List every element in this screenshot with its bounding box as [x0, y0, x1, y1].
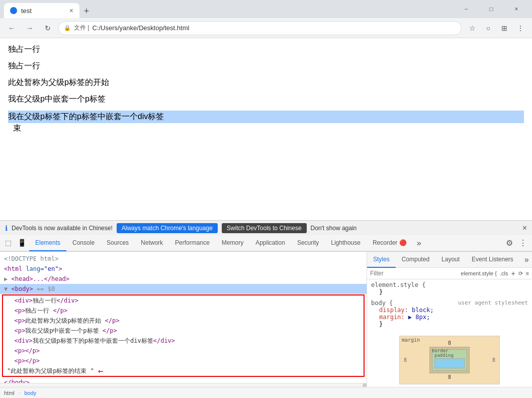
html-scroll-thumb[interactable]: [363, 383, 367, 387]
box-middle-row: 8 border padding 8: [404, 347, 495, 373]
tab-network[interactable]: Network: [135, 235, 169, 251]
forward-button[interactable]: →: [22, 21, 37, 36]
margin-label: margin: [402, 337, 420, 343]
tab-favicon-icon: [10, 7, 17, 14]
dont-show-again-link[interactable]: Don't show again: [311, 225, 357, 232]
filter-refresh-button[interactable]: ⟳: [518, 270, 523, 277]
html-scrollbar[interactable]: [0, 383, 367, 387]
browser-tab[interactable]: test ×: [4, 3, 79, 18]
window-controls: − □ ×: [455, 2, 528, 17]
profile-icon[interactable]: ○: [481, 21, 496, 36]
box-model: margin 8 8 border padding 8: [399, 336, 500, 384]
html-line-div1[interactable]: <div>独占一行</div>: [3, 295, 364, 306]
bookmark-icon[interactable]: ☆: [465, 21, 480, 36]
devtools-mobile-icon[interactable]: 📱: [15, 235, 29, 251]
right-tabs-more-button[interactable]: »: [521, 255, 532, 264]
page-content: 独占一行 独占一行 此处暂称为父级p标签的开始 我在父级p中嵌套一个p标签 我在…: [0, 38, 532, 140]
head-tag: <head>...</head>: [11, 275, 69, 282]
page-line-6-partial: 束: [13, 123, 21, 134]
box-model-container: margin 8 8 border padding 8: [371, 332, 528, 387]
footer-body-tag[interactable]: body: [24, 390, 36, 396]
html-line-div2[interactable]: <div>我在父级p标签下的p标签中嵌套一个div标签</div>: [3, 336, 364, 346]
page-line-2: 独占一行: [8, 61, 524, 71]
devtools-settings-icon[interactable]: ⚙: [503, 238, 516, 248]
tab-event-listeners[interactable]: Event Listeners: [466, 252, 519, 268]
html-open-tag: <html: [4, 265, 26, 272]
html-panel: <!DOCTYPE html> <html lang="en"> ▶ <head…: [0, 252, 367, 387]
page-line-4: 我在父级p中嵌套一个p标签: [8, 94, 524, 105]
notification-close-button[interactable]: ×: [522, 224, 527, 233]
reload-button[interactable]: ↻: [40, 21, 55, 36]
devtools-footer: html › body: [0, 387, 532, 398]
lang-value: "en": [44, 265, 58, 272]
body-margin-prop: margin: ▶ 8px;: [371, 314, 528, 321]
menu-icon[interactable]: ⋮: [513, 21, 528, 36]
filter-add-button[interactable]: +: [511, 269, 515, 277]
tab-lighthouse[interactable]: Lighthouse: [325, 235, 367, 251]
filter-hov-button[interactable]: element.style {: [461, 270, 497, 276]
tab-console[interactable]: Console: [66, 235, 101, 251]
notification-info-icon: ℹ: [5, 224, 8, 232]
html-line-text[interactable]: "此处暂称为父级p标签的结束 " ←: [3, 366, 364, 376]
tab-close-button[interactable]: ×: [69, 7, 73, 15]
html-line-p1[interactable]: <p>独占一行 </p>: [3, 306, 364, 316]
html-line-p4[interactable]: <p></p>: [3, 346, 364, 356]
html-line-p2[interactable]: <p>此处暂称为父级p标签的开始 </p>: [3, 316, 364, 326]
lang-attr: lang=: [26, 265, 44, 272]
extensions-icon[interactable]: ⊞: [497, 21, 512, 36]
margin-prop-value: ▶ 8px;: [408, 314, 430, 321]
filter-cls-button[interactable]: .cls: [500, 270, 508, 276]
html-line-body-close[interactable]: </body>: [0, 377, 367, 383]
tab-application[interactable]: Application: [249, 235, 291, 251]
more-tabs-button[interactable]: »: [414, 239, 424, 248]
html-line-p3[interactable]: <p>我在父级p中嵌套一个p标签 </p>: [3, 326, 364, 336]
switch-devtools-chinese-button[interactable]: Switch DevTools to Chinese: [222, 223, 307, 233]
devtools-tabs-bar: ⬚ 📱 Elements Console Sources Network Per…: [0, 235, 532, 251]
browser-titlebar: test × + − □ ×: [0, 0, 532, 18]
margin-left-label: 8: [404, 357, 407, 363]
tab-layout[interactable]: Layout: [435, 252, 466, 268]
footer-html-tag[interactable]: html: [4, 390, 15, 396]
padding-label: padding: [434, 353, 454, 358]
html-line-body[interactable]: ▼ <body> == $0: [0, 284, 367, 294]
content-box: [434, 358, 465, 368]
styles-panel: Styles Computed Layout Event Listeners »…: [367, 252, 532, 387]
element-style-selector: element.style {: [371, 281, 528, 288]
tab-security[interactable]: Security: [291, 235, 325, 251]
border-label: border: [432, 348, 449, 353]
display-prop-name: display:: [379, 307, 408, 314]
devtools-panel-icon[interactable]: ⬚: [2, 235, 15, 251]
html-content: <!DOCTYPE html> <html lang="en"> ▶ <head…: [0, 252, 367, 383]
minimize-button[interactable]: −: [455, 2, 478, 17]
always-match-language-button[interactable]: Always match Chrome's language: [117, 223, 218, 233]
close-window-button[interactable]: ×: [505, 2, 528, 17]
tab-computed[interactable]: Computed: [396, 252, 435, 268]
html-line-head[interactable]: ▶ <head>...</head>: [0, 274, 367, 284]
devtools-more-options-icon[interactable]: ⋮: [516, 238, 530, 248]
body-display-prop: display: block;: [371, 307, 528, 314]
tab-performance[interactable]: Performance: [169, 235, 216, 251]
svg-point-0: [11, 9, 14, 13]
address-text: C:/Users/yanke/Desktop/test.html: [92, 24, 456, 32]
tab-recorder[interactable]: Recorder 🔴: [367, 235, 413, 251]
html-line-html[interactable]: <html lang="en">: [0, 264, 367, 274]
back-button[interactable]: ←: [4, 21, 19, 36]
tab-styles[interactable]: Styles: [367, 252, 396, 268]
new-tab-button[interactable]: +: [79, 4, 94, 18]
html-line-p5[interactable]: <p></p>: [3, 356, 364, 366]
element-style-rule: element.style { }: [371, 281, 528, 295]
devtools-wrapper: ℹ DevTools is now available in Chinese! …: [0, 220, 532, 398]
maximize-button[interactable]: □: [480, 2, 503, 17]
tab-memory[interactable]: Memory: [216, 235, 249, 251]
body-tag: <body>: [11, 285, 33, 292]
red-arrow-icon: ←: [98, 366, 104, 375]
styles-filter-input[interactable]: [370, 270, 458, 277]
filter-settings-button[interactable]: ≡: [526, 270, 529, 276]
address-bar[interactable]: 🔒 文件 | C:/Users/yanke/Desktop/test.html: [58, 21, 462, 35]
security-lock-icon: 🔒: [64, 25, 71, 31]
html-red-border-box: <div>独占一行</div> <p>独占一行 </p> <p>此处暂称为父级p…: [2, 294, 365, 377]
margin-bottom-value: 8: [404, 374, 495, 380]
tab-elements[interactable]: Elements: [29, 235, 66, 251]
tab-sources[interactable]: Sources: [101, 235, 135, 251]
notification-text: DevTools is now available in Chinese!: [12, 225, 113, 232]
